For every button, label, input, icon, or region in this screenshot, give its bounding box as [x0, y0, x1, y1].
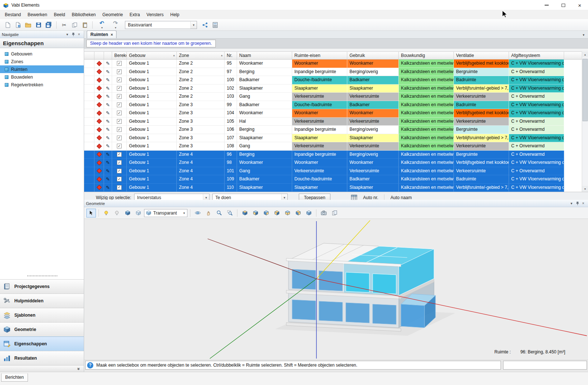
cell-nr[interactable]: 105 [225, 118, 237, 126]
edit-icon-cell[interactable]: ✎ [104, 167, 112, 176]
chevron-down-icon[interactable]: ▾ [569, 201, 574, 206]
cell-gebouw[interactable]: Gebouw 1 [127, 101, 177, 109]
cell-naam[interactable]: Gang [237, 142, 292, 151]
calculator-button[interactable] [211, 20, 220, 29]
cell-ruimte-eisen[interactable]: Inpandige bergruimte [292, 68, 347, 76]
cell-gebouw[interactable]: Gebouw 1 [127, 167, 177, 176]
column-header-blank[interactable] [94, 52, 104, 59]
cell-gebouw[interactable]: Gebouw 1 [127, 175, 177, 184]
cell-bouwkundig[interactable]: Kalkzandsteen en metselwe [399, 142, 454, 151]
cell-bouwkundig[interactable]: Kalkzandsteen en metselwe [399, 101, 454, 109]
cell-gebouw[interactable]: Gebouw 1 [127, 118, 177, 126]
new-file-button[interactable] [3, 20, 12, 29]
cell-naam[interactable]: Berging [237, 151, 292, 159]
cell-gebouw[interactable]: Gebouw 1 [127, 84, 177, 93]
cell-afgiftesysteem[interactable]: C + VW Vloerverwarming op [509, 101, 564, 109]
edit-icon-cell[interactable]: ✎ [104, 101, 112, 109]
cell-afgiftesysteem[interactable]: C + VW Vloerverwarming op [509, 60, 564, 68]
cell-zone[interactable]: Zone 4 [177, 184, 225, 192]
room-icon-cell[interactable] [94, 60, 104, 68]
edit-icon-cell[interactable]: ✎ [104, 84, 112, 93]
bereken-cell[interactable]: ✓ [112, 167, 127, 176]
cell-gebruik[interactable]: Woonkamer [347, 109, 399, 118]
room-icon-cell[interactable] [94, 134, 104, 143]
bereken-cell[interactable]: ✓ [112, 151, 127, 159]
cell-ventilatie[interactable]: Verblijfsgebied met kooktoe [454, 60, 509, 68]
cell-gebruik[interactable]: Slaapkamer [347, 184, 399, 192]
cell-zone[interactable]: Zone 4 [177, 167, 225, 176]
cell-ruimte-eisen[interactable]: Slaapkamer [292, 84, 347, 93]
scrollbar-thumb[interactable] [582, 59, 588, 121]
cell-nr[interactable]: 97 [225, 68, 237, 76]
cell-ruimte-eisen[interactable]: Verkeersruimte [292, 167, 347, 176]
scroll-down-icon[interactable]: ▾ [582, 186, 588, 192]
cell-bouwkundig[interactable]: Kalkzandsteen en metselwe [399, 84, 454, 93]
room-icon-cell[interactable] [94, 159, 104, 167]
tab-list-dropdown[interactable]: ▾ [580, 32, 587, 37]
room-icon-cell[interactable] [94, 101, 104, 109]
cell-ruimte-eisen[interactable]: Verkeersruimte [292, 142, 347, 151]
cell-naam[interactable]: Berging [237, 126, 292, 134]
edit-icon-cell[interactable]: ✎ [104, 118, 112, 126]
nav-button-geometrie[interactable]: Geometrie [0, 322, 84, 337]
bereken-checkbox[interactable]: ✓ [117, 94, 122, 99]
cell-nr[interactable]: 110 [225, 184, 237, 192]
cell-gebruik[interactable]: Verkeersruimte [347, 118, 399, 126]
cell-zone[interactable]: Zone 2 [177, 68, 225, 76]
bereken-cell[interactable]: ✓ [112, 184, 127, 192]
cell-naam[interactable]: Woonkamer [237, 60, 292, 68]
cell-zone[interactable]: Zone 2 [177, 60, 225, 68]
cell-nr[interactable]: 104 [225, 109, 237, 118]
sidebar-item-bouwdelen[interactable]: Bouwdelen [0, 73, 84, 81]
table-row[interactable]: ✎✓Gebouw 1Zone 496BergingInpandige bergr… [84, 151, 588, 159]
nav-button-resultaten[interactable]: Resultaten [0, 351, 84, 365]
view-right-button[interactable] [293, 209, 303, 217]
bereken-checkbox[interactable]: ✓ [117, 86, 122, 91]
table-row[interactable]: ✎✓Gebouw 1Zone 3108GangVerkeersruimteVer… [84, 142, 588, 151]
cell-naam[interactable]: Badkamer [237, 76, 292, 84]
chevron-down-icon[interactable]: ▾ [64, 32, 70, 37]
cell-gebouw[interactable]: Gebouw 1 [127, 68, 177, 76]
zoom-button[interactable] [214, 209, 224, 217]
scroll-up-icon[interactable]: ▴ [582, 51, 588, 57]
cell-nr[interactable]: 100 [225, 76, 237, 84]
cell-gebruik[interactable]: Slaapkamer [347, 84, 399, 93]
table-row[interactable]: ✎✓Gebouw 1Zone 498WoonkamerWoonkamerWoon… [84, 159, 588, 167]
bereken-checkbox[interactable]: ✓ [117, 111, 122, 115]
cell-bouwkundig[interactable]: Kalkzandsteen en metselwe [399, 151, 454, 159]
cell-ventilatie[interactable]: Verkeersruimte [454, 167, 509, 176]
cell-gebruik[interactable]: Berging/overig [347, 151, 399, 159]
cell-gebruik[interactable]: Slaapkamer [347, 134, 399, 143]
cell-ventilatie[interactable]: Bergruimte [454, 126, 509, 134]
open-button[interactable] [24, 20, 33, 29]
bereken-checkbox[interactable]: ✓ [117, 119, 122, 124]
tab-ruimten[interactable]: Ruimten × [87, 30, 116, 38]
edit-icon-cell[interactable]: ✎ [104, 76, 112, 84]
edit-icon-cell[interactable]: ✎ [104, 159, 112, 167]
edit-icon-cell[interactable]: ✎ [104, 184, 112, 192]
cell-gebouw[interactable]: Gebouw 1 [127, 134, 177, 143]
cell-zone[interactable]: Zone 3 [177, 126, 225, 134]
cell-ventilatie[interactable]: Verkeersruimte [454, 118, 509, 126]
bereken-cell[interactable]: ✓ [112, 84, 127, 93]
bereken-checkbox[interactable]: ✓ [117, 136, 122, 140]
cell-ventilatie[interactable]: Badruimte [454, 175, 509, 184]
cell-afgiftesysteem[interactable]: C + VW Vloerverwarming op [509, 184, 564, 192]
cell-ventilatie[interactable]: Verkeersruimte [454, 142, 509, 151]
cell-afgiftesysteem[interactable]: C + VW Vloerverwarming op [509, 109, 564, 118]
variant-combobox[interactable]: Basisvariant ▾ [125, 21, 197, 29]
room-icon-cell[interactable] [94, 151, 104, 159]
cell-gebruik[interactable]: Verkeersruimte [347, 93, 399, 101]
cell-ventilatie[interactable]: Verblijfsruimte/-gebied > 7,8 [454, 184, 509, 192]
cell-nr[interactable]: 98 [225, 159, 237, 167]
table-row[interactable]: ✎✓Gebouw 1Zone 2102SlaapkamerSlaapkamerS… [84, 84, 588, 93]
table-scrollbar[interactable]: ▴ ▾ [582, 51, 588, 192]
cell-ruimte-eisen[interactable]: Woonkamer [292, 109, 347, 118]
bereken-cell[interactable]: ✓ [112, 60, 127, 68]
sidebar-item-ruimten[interactable]: Ruimten [0, 65, 84, 73]
cell-bouwkundig[interactable]: Kalkzandsteen en metselwe [399, 126, 454, 134]
display-light-button[interactable] [133, 209, 143, 217]
column-header-nr[interactable]: Nr. [225, 52, 237, 59]
view-top-button[interactable] [251, 209, 260, 217]
pan-hand-button[interactable] [204, 209, 213, 217]
